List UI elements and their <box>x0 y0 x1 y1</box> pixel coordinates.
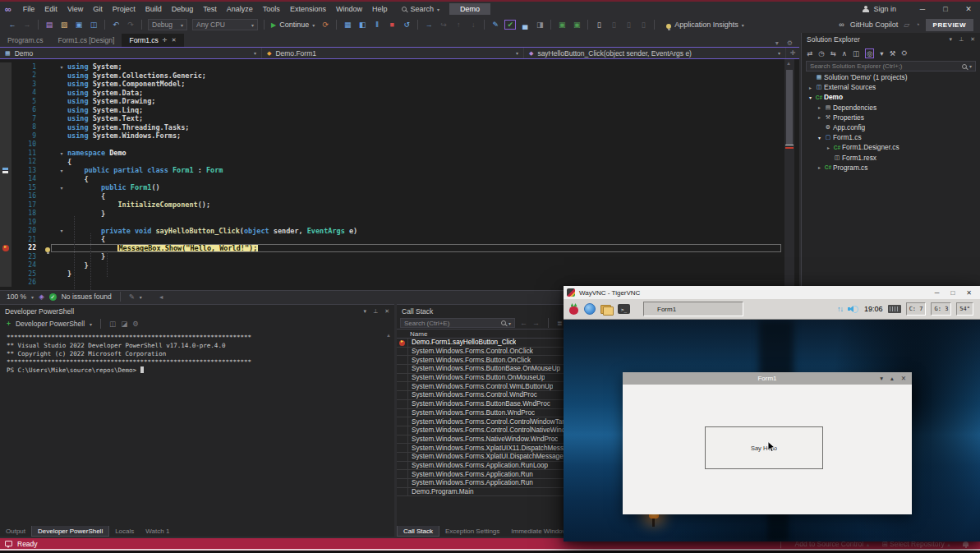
minimize-button[interactable]: ▾ <box>880 375 883 382</box>
network-updown-icon[interactable]: ↑↓ <box>837 305 843 313</box>
hscroll-left-icon[interactable]: ◄ <box>159 294 164 300</box>
pin-icon[interactable]: ⊥ <box>959 36 964 43</box>
tab-form1-cs[interactable]: Form1.cs✛✕ <box>122 34 183 47</box>
tree-item-form1-cs[interactable]: ▾▢Form1.cs <box>802 132 980 142</box>
menu-window[interactable]: Window <box>331 5 367 13</box>
notifications-bell-icon[interactable] <box>963 541 968 546</box>
tree-item-properties[interactable]: ▸⚒Properties <box>802 113 980 122</box>
cpu-monitor[interactable]: C: 7 <box>906 302 927 316</box>
breakpoint-icon[interactable] <box>0 244 12 253</box>
menu-debug[interactable]: Debug <box>167 5 199 13</box>
step-into-icon[interactable]: → <box>423 21 435 29</box>
maximize-button[interactable]: □ <box>934 5 957 13</box>
undo-icon[interactable]: ↶ <box>110 21 122 29</box>
step-out-icon[interactable]: ↑ <box>453 21 464 29</box>
terminal-output[interactable]: ****************************************… <box>0 330 394 378</box>
terminal-scroll-up-icon[interactable]: ▲ <box>386 333 391 338</box>
window-position-icon[interactable]: ▾ <box>364 308 367 315</box>
code-cleanup-icon[interactable]: ✎ <box>490 21 501 29</box>
redo-icon[interactable]: ↷ <box>125 21 136 29</box>
feedback-icon[interactable] <box>5 541 12 546</box>
panel-tab-call-stack[interactable]: Call Stack <box>397 526 439 537</box>
chevron-expanded-icon[interactable]: ▾ <box>807 94 814 100</box>
scroll-up-icon[interactable]: ▲ <box>786 61 791 66</box>
menu-view[interactable]: View <box>62 5 88 13</box>
raspberry-pi-menu-icon[interactable] <box>568 303 579 315</box>
new-terminal-label[interactable]: Developer PowerShell <box>16 320 85 328</box>
close-button[interactable]: ✕ <box>966 289 972 297</box>
send-feedback-icon[interactable]: ▱ <box>904 21 909 29</box>
chevron-collapsed-icon[interactable]: ▸ <box>816 164 823 170</box>
tab-form1-cs-design-[interactable]: Form1.cs [Design] <box>50 34 122 47</box>
list-icon[interactable]: ≣ <box>557 320 563 327</box>
platform-dropdown[interactable]: Any CPU▾ <box>192 19 258 30</box>
vnc-title-bar[interactable]: WayVNC - TigerVNC ─ □ ✕ <box>564 286 980 299</box>
switch-views-icon[interactable]: ⇄ <box>807 49 812 58</box>
stop-debug-icon[interactable]: ■ <box>386 21 398 29</box>
minimize-button[interactable]: ─ <box>935 289 940 297</box>
new-project-icon[interactable]: ▤ <box>44 21 55 29</box>
save-all-icon[interactable]: ◫ <box>88 21 99 29</box>
nav-back-icon[interactable]: ← <box>520 319 527 327</box>
chevron-collapsed-icon[interactable]: ▸ <box>807 85 814 90</box>
sync-active-document-icon[interactable]: ◎ <box>865 48 874 58</box>
dropdown-caret-icon[interactable]: ▾ <box>880 49 883 58</box>
tree-item-dependencies[interactable]: ▸▤Dependencies <box>802 103 980 113</box>
close-icon[interactable]: ✕ <box>384 308 389 315</box>
quick-actions-lightbulb-icon[interactable] <box>45 247 50 252</box>
pin-icon[interactable]: ⊥ <box>373 308 378 315</box>
keyboard-layout-icon[interactable] <box>888 305 901 313</box>
navbar-dropdown-0[interactable]: ▦Demo▾ <box>0 48 262 58</box>
output-window-icon[interactable]: ◧ <box>357 21 368 29</box>
chevron-expanded-icon[interactable]: ▾ <box>816 135 823 141</box>
chevron-down-icon[interactable]: ▾ <box>31 294 34 300</box>
fold-chevron-icon[interactable]: ▾ <box>56 228 67 233</box>
sync-icon[interactable]: ⇆ <box>830 49 836 58</box>
chevron-collapsed-icon[interactable]: ▸ <box>825 145 832 150</box>
collapse-all-icon[interactable]: ∧ <box>842 49 847 58</box>
chevron-down-icon[interactable]: ▾ <box>90 321 92 327</box>
clear-bookmarks-icon[interactable]: ▯ <box>637 21 649 29</box>
nav-green-fwd-icon[interactable]: ▣ <box>571 21 582 29</box>
hot-reload-icon[interactable]: ⟳ <box>320 21 331 29</box>
fold-chevron-icon[interactable]: ▾ <box>56 64 67 70</box>
copy-icon[interactable]: ◫ <box>853 49 859 58</box>
breakpoints-window-icon[interactable]: ▦ <box>342 21 353 29</box>
next-bookmark-icon[interactable]: ▯ <box>623 21 634 29</box>
code-editor[interactable]: 1▾using System;2using System.Collections… <box>0 59 799 290</box>
fold-chevron-icon[interactable]: ▾ <box>56 168 67 173</box>
panel-tab-developer-powershell[interactable]: Developer PowerShell <box>31 526 109 537</box>
maximize-button[interactable]: ▴ <box>890 375 894 382</box>
close-tab-icon[interactable]: ✕ <box>172 37 177 44</box>
bookmark-icon[interactable]: ▯ <box>593 21 605 29</box>
restart-icon[interactable]: ↺ <box>401 21 412 29</box>
menu-analyze[interactable]: Analyze <box>222 5 258 13</box>
solution-explorer-search-input[interactable]: Search Solution Explorer (Ctrl+;) ▾ <box>806 61 976 71</box>
taskbar-form1-button[interactable]: Form1 <box>643 302 743 316</box>
application-insights-button[interactable]: Application Insights▾ <box>666 21 744 29</box>
copy-icon[interactable]: ◫ <box>109 320 116 328</box>
nav-green-back-icon[interactable]: ▣ <box>556 21 568 29</box>
close-button[interactable]: ✕ <box>901 375 906 382</box>
panel-tab-locals[interactable]: Locals <box>109 526 140 537</box>
close-button[interactable]: ✕ <box>957 5 980 13</box>
prev-bookmark-icon[interactable]: ▯ <box>608 21 619 29</box>
pin-icon[interactable]: ✛ <box>163 37 168 44</box>
tree-item-program-cs[interactable]: ▸C#Program.cs <box>802 163 980 173</box>
menu-help[interactable]: Help <box>367 5 393 13</box>
form1-title-bar[interactable]: Form1 ▾ ▴ ✕ <box>623 372 912 385</box>
chevron-down-icon[interactable]: ▾ <box>140 294 142 300</box>
minimize-button[interactable]: ─ <box>911 5 934 13</box>
properties-wrench-icon[interactable]: ⚒ <box>890 49 896 58</box>
tree-item-solution-demo-1-projects-[interactable]: ▦Solution 'Demo' (1 projects) <box>802 72 980 82</box>
gpu-monitor[interactable]: G: 3 <box>931 302 951 316</box>
tree-item-demo[interactable]: ▾C#Demo <box>802 92 980 102</box>
panel-tab-exception-settings[interactable]: Exception Settings <box>439 526 505 537</box>
terminal-icon[interactable]: >_ <box>618 304 630 314</box>
navbar-dropdown-2[interactable]: ◆sayHelloButton_Click(object sender, Eve… <box>524 48 786 58</box>
github-copilot-label[interactable]: GitHub Copilot <box>850 21 899 29</box>
web-browser-icon[interactable] <box>584 303 596 315</box>
preview-selected-icon[interactable]: ⛭ <box>901 48 907 58</box>
panel-tab-immediate-window[interactable]: Immediate Window <box>505 526 573 537</box>
tree-item-app-config[interactable]: ⚙App.config <box>802 122 980 132</box>
